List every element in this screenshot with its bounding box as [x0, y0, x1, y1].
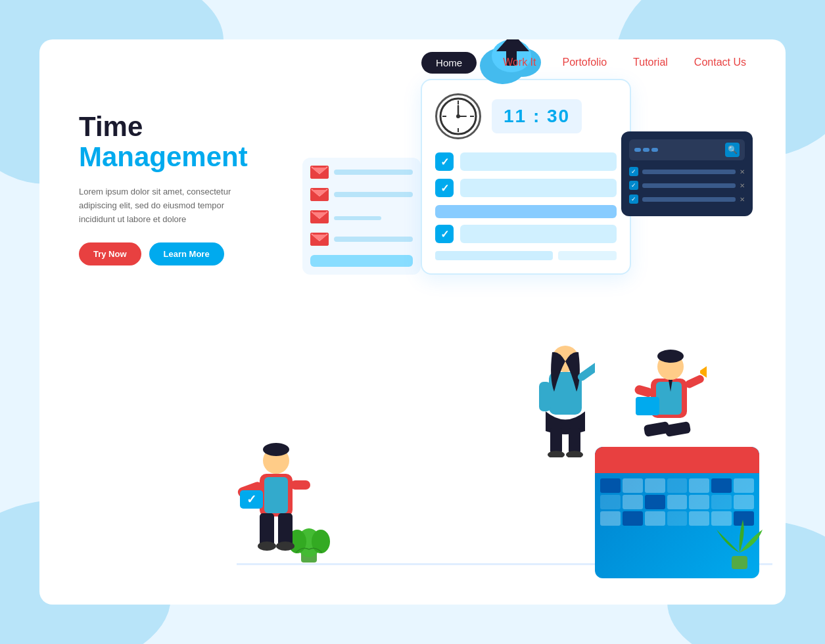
svg-rect-21	[260, 513, 274, 546]
cal-cell-14	[734, 495, 754, 509]
wide-progress	[435, 205, 617, 218]
search-result-3: ✓ ✕	[629, 195, 745, 204]
cal-cell-4	[667, 478, 688, 493]
cal-cell-17	[645, 511, 665, 526]
result-x-1: ✕	[740, 168, 745, 175]
search-dot-2	[643, 148, 649, 152]
try-now-button[interactable]: Try Now	[79, 242, 141, 265]
navigation: Home Work It Portofolio Tutorial Contact…	[39, 39, 786, 85]
subtitle-text: Lorem ipsum dolor sit amet, consectetur …	[79, 185, 250, 226]
svg-rect-32	[539, 382, 551, 411]
email-row-2	[310, 188, 413, 201]
svg-rect-8	[310, 233, 329, 246]
search-icon: 🔍	[725, 143, 740, 157]
cal-cell-12	[689, 495, 709, 509]
nav-tutorial[interactable]: Tutorial	[633, 57, 668, 68]
nav-home[interactable]: Home	[421, 52, 477, 74]
search-dot-1	[634, 148, 641, 152]
cal-cell-2	[623, 478, 643, 493]
search-dot-3	[651, 148, 658, 152]
svg-rect-26	[291, 480, 310, 490]
checkmark-2: ✓	[440, 182, 449, 195]
clock-analog	[435, 93, 481, 139]
svg-rect-18	[264, 477, 288, 513]
cal-cell-8	[600, 495, 621, 509]
cal-cell-19	[689, 511, 709, 526]
svg-rect-34	[569, 428, 580, 454]
nav-contact[interactable]: Contact Us	[694, 57, 746, 68]
cal-cell-15	[600, 511, 621, 526]
result-bar-1	[642, 170, 736, 174]
checkmark-1: ✓	[440, 156, 449, 168]
bottom-bar-1	[435, 251, 553, 260]
button-row: Try Now Learn More	[79, 242, 250, 265]
email-panel	[302, 158, 421, 275]
result-checkbox-2: ✓	[629, 181, 638, 190]
email-icon-2	[310, 188, 329, 201]
plant-right	[713, 517, 766, 572]
svg-point-16	[456, 114, 460, 118]
clock-digital: 11 : 30	[492, 99, 582, 133]
person-standing	[536, 326, 595, 460]
checkbox-1: ✓	[435, 152, 454, 171]
task-row-3: ✓	[435, 225, 617, 243]
svg-point-36	[566, 451, 583, 457]
svg-rect-38	[656, 382, 682, 415]
svg-point-20	[263, 443, 289, 456]
result-bar-3	[642, 197, 736, 202]
checkbox-3: ✓	[435, 225, 454, 243]
email-row-4	[310, 233, 413, 246]
result-checkbox-3: ✓	[629, 195, 638, 204]
svg-rect-7	[310, 210, 329, 223]
cal-cell-6	[711, 478, 732, 493]
title-management: Management	[79, 142, 250, 172]
result-x-2: ✕	[740, 182, 745, 189]
email-subline-b	[334, 216, 381, 220]
time-header: 11 : 30	[435, 93, 617, 139]
svg-rect-33	[550, 428, 562, 454]
person-left: ✓	[237, 425, 316, 559]
nav-workit[interactable]: Work It	[503, 57, 536, 68]
task-bar-2	[460, 179, 617, 197]
result-check-2: ✓	[631, 182, 636, 189]
task-panel: 11 : 30 ✓ ✓ ✓	[421, 79, 631, 275]
email-row-1	[310, 166, 413, 179]
search-panel: 🔍 ✓ ✕ ✓ ✕ ✓ ✕	[621, 131, 753, 216]
search-result-1: ✓ ✕	[629, 167, 745, 176]
email-icon-4	[310, 233, 329, 246]
svg-point-24	[276, 541, 295, 551]
email-line-4	[334, 237, 413, 242]
cal-cell-16	[623, 511, 643, 526]
checkbox-2: ✓	[435, 179, 454, 197]
illustration-area: 11 : 30 ✓ ✓ ✓	[237, 79, 772, 578]
cal-cell-3	[645, 478, 665, 493]
result-check-1: ✓	[631, 168, 636, 175]
task-row-1: ✓	[435, 152, 617, 171]
svg-point-35	[548, 451, 565, 457]
result-x-3: ✕	[740, 196, 745, 203]
cal-cell-5	[689, 478, 709, 493]
cal-cell-9	[623, 495, 643, 509]
email-icon-1	[310, 166, 329, 179]
email-icon-3	[310, 210, 329, 223]
cal-cell-18	[667, 511, 688, 526]
search-bar: 🔍	[629, 139, 745, 160]
bottom-bar-2	[558, 251, 617, 260]
svg-rect-50	[732, 556, 747, 569]
result-check-3: ✓	[631, 196, 636, 202]
progress-bar	[310, 255, 413, 267]
svg-rect-22	[278, 513, 293, 546]
nav-portfolio[interactable]: Portofolio	[563, 57, 607, 68]
svg-text:✓: ✓	[247, 493, 256, 506]
svg-rect-45	[665, 421, 692, 437]
learn-more-button[interactable]: Learn More	[149, 242, 224, 265]
bottom-bars	[435, 251, 617, 260]
task-bar-3	[460, 225, 617, 243]
cal-cell-1	[600, 478, 621, 493]
email-line-1	[334, 170, 413, 175]
cal-cell-7	[734, 478, 754, 493]
cal-cell-13	[711, 495, 732, 509]
left-content: Time Management Lorem ipsum dolor sit am…	[79, 112, 250, 265]
cal-cell-10	[645, 495, 665, 509]
checkmark-3: ✓	[440, 228, 449, 241]
